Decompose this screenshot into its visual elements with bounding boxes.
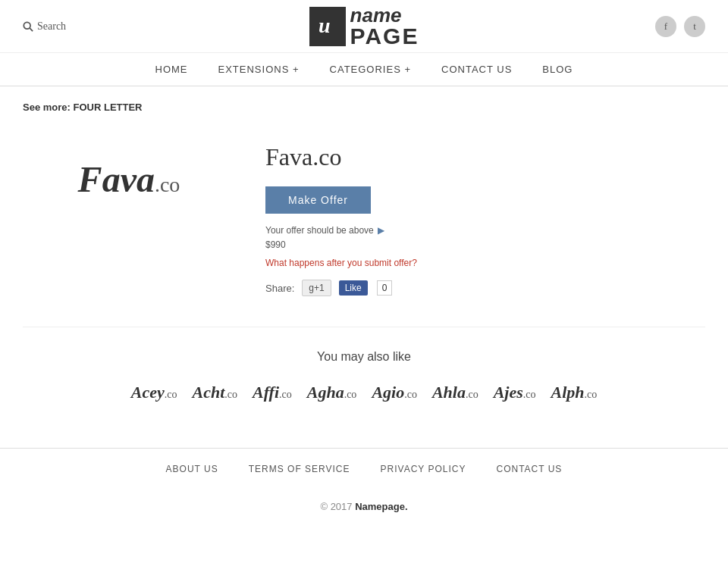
list-item[interactable]: Agio.co [372, 383, 417, 402]
card-tld: .co [344, 389, 357, 400]
twitter-icon[interactable]: t [684, 16, 705, 37]
domain-logo-display: Fava.co [23, 128, 235, 230]
domain-section: Fava.co Fava.co Make Offer Your offer sh… [23, 128, 705, 296]
nav-categories[interactable]: CATEGORIES + [330, 64, 411, 75]
logo-icon: u [309, 7, 346, 46]
logo-text: name PAGE [350, 5, 419, 48]
list-item[interactable]: Affi.co [253, 383, 292, 402]
nav-contact[interactable]: CONTACT US [441, 64, 512, 75]
domain-info-panel: Fava.co Make Offer Your offer should be … [265, 128, 705, 296]
footer-privacy[interactable]: PRIVACY POLICY [381, 464, 466, 474]
search-area[interactable]: Search [23, 20, 114, 33]
logo-name: name [350, 5, 419, 25]
logo-page: PAGE [350, 25, 419, 48]
footer-tos[interactable]: TERMS OF SERVICE [249, 464, 350, 474]
see-more-category[interactable]: FOUR LETTER [74, 102, 143, 113]
footer-links: ABOUT US TERMS OF SERVICE PRIVACY POLICY… [0, 448, 728, 489]
share-label: Share: [265, 283, 294, 294]
footer-about[interactable]: ABOUT US [166, 464, 218, 474]
card-name: Agio.co [372, 383, 417, 402]
recommendations-title: You may also like [23, 350, 705, 364]
nav-extensions[interactable]: EXTENSIONS + [218, 64, 300, 75]
domain-title: Fava.co [265, 143, 705, 171]
site-header: Search u name PAGE f t [0, 0, 728, 53]
list-item[interactable]: Alph.co [551, 383, 597, 402]
gplus-button[interactable]: g+1 [302, 280, 331, 296]
card-name: Acey.co [131, 383, 177, 402]
make-offer-button[interactable]: Make Offer [265, 186, 371, 214]
svg-point-0 [24, 22, 30, 29]
domain-cards-list: Acey.co Acht.co Affi.co Agha.co Agio.co … [23, 383, 705, 402]
fb-count: 0 [377, 280, 393, 296]
breadcrumb: See more: FOUR LETTER [23, 102, 705, 113]
card-name: Alph.co [551, 383, 597, 402]
domain-name-large: Fava [78, 159, 155, 199]
card-tld: .co [224, 389, 237, 400]
site-logo[interactable]: u name PAGE [309, 5, 419, 48]
social-links: f t [614, 16, 705, 37]
footer-copyright: © 2017 Namepage. [0, 489, 728, 524]
card-tld: .co [404, 389, 417, 400]
main-content: See more: FOUR LETTER Fava.co Fava.co Ma… [0, 86, 728, 448]
offer-hint: Your offer should be above ▶ [265, 225, 705, 236]
brand-link[interactable]: Namepage. [355, 501, 407, 512]
site-footer: ABOUT US TERMS OF SERVICE PRIVACY POLICY… [0, 448, 728, 524]
card-name: Ajes.co [494, 383, 536, 402]
domain-tld-large: .co [155, 173, 180, 196]
nav-blog[interactable]: BLOG [542, 64, 573, 75]
card-name: Agha.co [307, 383, 357, 402]
card-name: Acht.co [192, 383, 237, 402]
list-item[interactable]: Acey.co [131, 383, 177, 402]
search-label: Search [37, 20, 66, 33]
card-tld: .co [523, 389, 536, 400]
card-tld: .co [165, 389, 177, 400]
list-item[interactable]: Acht.co [192, 383, 237, 402]
list-item[interactable]: Agha.co [307, 383, 357, 402]
recommendations-section: You may also like Acey.co Acht.co Affi.c… [23, 327, 705, 402]
list-item[interactable]: Ajes.co [494, 383, 536, 402]
search-icon [23, 21, 33, 32]
nav-home[interactable]: HOME [155, 64, 188, 75]
domain-logo-text: Fava.co [78, 158, 180, 200]
main-nav: HOME EXTENSIONS + CATEGORIES + CONTACT U… [0, 53, 728, 86]
card-tld: .co [466, 389, 479, 400]
facebook-icon[interactable]: f [655, 16, 676, 37]
svg-line-1 [30, 28, 33, 31]
card-name: Affi.co [253, 383, 292, 402]
card-name: Ahla.co [432, 383, 479, 402]
copyright-year: © 2017 [320, 501, 352, 512]
arrow-right-icon: ▶ [378, 225, 384, 236]
see-more-label: See more: [23, 102, 71, 113]
svg-text:u: u [318, 14, 331, 37]
logo-icon-svg: u [315, 11, 340, 39]
fb-like-button[interactable]: Like [339, 280, 368, 296]
list-item[interactable]: Ahla.co [432, 383, 479, 402]
card-tld: .co [585, 389, 598, 400]
offer-amount: $990 [265, 239, 705, 250]
offer-hint-text: Your offer should be above [265, 225, 374, 236]
card-tld: .co [279, 389, 292, 400]
share-area: Share: g+1 Like 0 [265, 280, 705, 296]
what-happens-link[interactable]: What happens after you submit offer? [265, 258, 705, 268]
footer-contact[interactable]: CONTACT US [496, 464, 562, 474]
